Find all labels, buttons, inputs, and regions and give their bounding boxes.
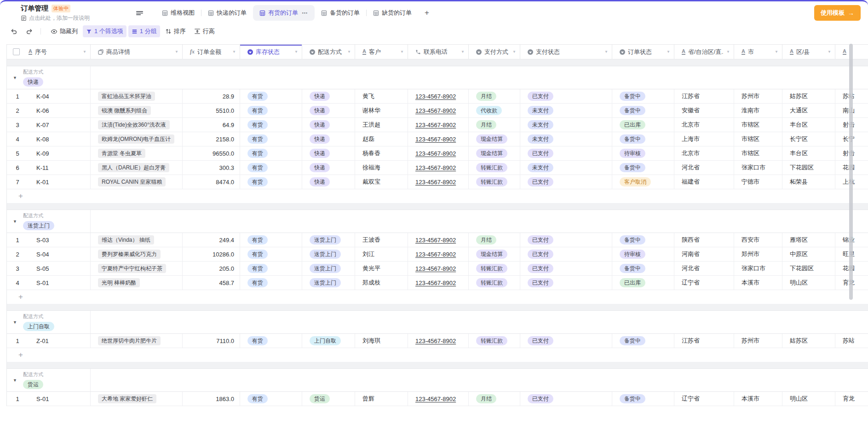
view-tab-维格视图[interactable]: 维格视图 — [155, 2, 201, 24]
cell-address[interactable]: 苏站 — [835, 334, 868, 348]
cell-pay_status[interactable]: 未支付 — [520, 161, 612, 175]
phone-link[interactable]: 123-4567-8902 — [415, 136, 456, 143]
cell-code[interactable]: 4K-08 — [7, 132, 91, 146]
cell-province[interactable]: 辽宁省 — [674, 276, 734, 290]
cell-phone[interactable]: 123-4567-8902 — [408, 89, 469, 103]
cell-code[interactable]: 3K-07 — [7, 118, 91, 132]
column-header-city[interactable]: A市▼ — [734, 45, 782, 59]
cell-province[interactable]: 河南省 — [674, 247, 734, 261]
cell-stock[interactable]: 有货 — [240, 175, 302, 189]
cell-pay_status[interactable]: 已支付 — [520, 146, 612, 160]
cell-amount[interactable]: 2158.0 — [183, 132, 240, 146]
cell-delivery[interactable]: 送货上门 — [302, 247, 355, 261]
column-dropdown-icon[interactable]: ▼ — [828, 50, 831, 54]
cell-delivery[interactable]: 送货上门 — [302, 276, 355, 290]
column-dropdown-icon[interactable]: ▼ — [604, 50, 608, 54]
cell-customer[interactable]: 王波香 — [355, 233, 408, 247]
cell-customer[interactable]: 刘江 — [355, 247, 408, 261]
tab-more-icon[interactable]: ⋯ — [302, 10, 308, 17]
cell-amount[interactable]: 28.9 — [183, 89, 240, 103]
cell-pay_status[interactable]: 已支付 — [520, 276, 612, 290]
row-number[interactable]: 2 — [7, 107, 28, 114]
cell-order_status[interactable]: 待审核 — [612, 247, 674, 261]
phone-link[interactable]: 123-4567-8902 — [415, 279, 456, 286]
cell-order_status[interactable]: 备货中 — [612, 392, 674, 406]
cell-product[interactable]: 黑人（DARLIE）超白牙膏 — [91, 161, 183, 175]
cell-code[interactable]: 6K-11 — [7, 161, 91, 175]
group-button[interactable]: 1 分组 — [128, 25, 160, 37]
phone-link[interactable]: 123-4567-8902 — [415, 396, 456, 402]
cell-pay_method[interactable]: 现金结算 — [469, 146, 520, 160]
cell-code[interactable]: 7K-01 — [7, 175, 91, 189]
column-header-product[interactable]: 商品详情▼ — [91, 45, 183, 59]
column-header-province[interactable]: A省/自治区/直...▼ — [674, 45, 734, 59]
cell-district[interactable]: 大通区 — [782, 104, 835, 117]
cell-phone[interactable]: 123-4567-8902 — [408, 276, 469, 290]
row-number[interactable]: 2 — [7, 251, 28, 258]
view-tab-快递的订单[interactable]: 快递的订单 — [201, 2, 253, 24]
cell-province[interactable]: 上海市 — [674, 132, 734, 146]
cell-district[interactable]: 姑苏区 — [782, 334, 835, 348]
filter-button[interactable]: 1 个筛选项 — [83, 25, 126, 37]
cell-order_status[interactable]: 备货中 — [612, 132, 674, 146]
column-dropdown-icon[interactable]: ▼ — [175, 50, 178, 54]
phone-link[interactable]: 123-4567-8902 — [415, 122, 456, 128]
use-template-button[interactable]: 使用模板 → — [814, 5, 861, 21]
row-height-button[interactable]: 行高 — [191, 25, 218, 37]
cell-code[interactable]: 1Z-01 — [7, 334, 91, 348]
phone-link[interactable]: 123-4567-8902 — [415, 107, 456, 114]
row-number[interactable]: 4 — [7, 279, 28, 286]
phone-link[interactable]: 123-4567-8902 — [415, 164, 456, 171]
cell-phone[interactable]: 123-4567-8902 — [408, 132, 469, 146]
cell-code[interactable]: 4S-01 — [7, 276, 91, 290]
cell-pay_method[interactable]: 转账汇款 — [469, 262, 520, 275]
cell-order_status[interactable]: 备货中 — [612, 161, 674, 175]
cell-amount[interactable]: 300.3 — [183, 161, 240, 175]
cell-delivery[interactable]: 快递 — [302, 118, 355, 132]
row-number[interactable]: 1 — [7, 396, 28, 402]
cell-delivery[interactable]: 快递 — [302, 89, 355, 103]
cell-province[interactable]: 北京市 — [674, 146, 734, 160]
cell-amount[interactable]: 10286.0 — [183, 247, 240, 261]
hide-fields-button[interactable]: 隐藏列 — [47, 25, 81, 37]
add-row-button[interactable]: + — [7, 189, 868, 203]
cell-order_status[interactable]: 客户取消 — [612, 175, 674, 189]
cell-customer[interactable]: 徐福海 — [355, 161, 408, 175]
column-header-code[interactable]: A序号▼ — [7, 45, 91, 59]
cell-code[interactable]: 1K-04 — [7, 89, 91, 103]
row-number[interactable]: 1 — [7, 338, 28, 344]
cell-pay_status[interactable]: 未支付 — [520, 104, 612, 117]
view-tab-有货的订单[interactable]: 有货的订单⋯ — [253, 5, 315, 21]
cell-phone[interactable]: 123-4567-8902 — [408, 233, 469, 247]
undo-button[interactable] — [7, 26, 21, 37]
column-header-order_status[interactable]: 订单状态▼ — [612, 45, 674, 59]
cell-customer[interactable]: 赵磊 — [355, 132, 408, 146]
cell-code[interactable]: 2S-04 — [7, 247, 91, 261]
cell-pay_method[interactable]: 转账汇款 — [469, 161, 520, 175]
cell-customer[interactable]: 曾辉 — [355, 392, 408, 406]
column-header-amount[interactable]: fx订单金额▼ — [183, 45, 240, 59]
cell-product[interactable]: 青源堂 冬虫夏草 — [91, 146, 183, 160]
column-header-delivery[interactable]: 配送方式▼ — [302, 45, 355, 59]
cell-delivery[interactable]: 送货上门 — [302, 233, 355, 247]
column-dropdown-icon[interactable]: ▼ — [347, 50, 351, 54]
column-dropdown-icon[interactable]: ▼ — [667, 50, 670, 54]
cell-amount[interactable]: 205.0 — [183, 262, 240, 275]
cell-city[interactable]: 本溪市 — [734, 392, 782, 406]
add-view-button[interactable]: + — [418, 8, 436, 17]
cell-stock[interactable]: 有货 — [240, 118, 302, 132]
sort-button[interactable]: 排序 — [162, 25, 189, 37]
group-collapse-icon[interactable]: ▼ — [13, 320, 23, 325]
column-dropdown-icon[interactable]: ▼ — [775, 50, 778, 54]
cell-customer[interactable]: 戴双宝 — [355, 175, 408, 189]
cell-order_status[interactable]: 备货中 — [612, 104, 674, 117]
cell-stock[interactable]: 有货 — [240, 276, 302, 290]
cell-district[interactable]: 下花园区 — [782, 161, 835, 175]
cell-city[interactable]: 市辖区 — [734, 146, 782, 160]
cell-phone[interactable]: 123-4567-8902 — [408, 392, 469, 406]
cell-code[interactable]: 3S-05 — [7, 262, 91, 275]
cell-amount[interactable]: 64.9 — [183, 118, 240, 132]
cell-district[interactable]: 雁塔区 — [782, 233, 835, 247]
cell-amount[interactable]: 458.7 — [183, 276, 240, 290]
cell-product[interactable]: 大希地 家家爱好虾仁 — [91, 392, 183, 406]
